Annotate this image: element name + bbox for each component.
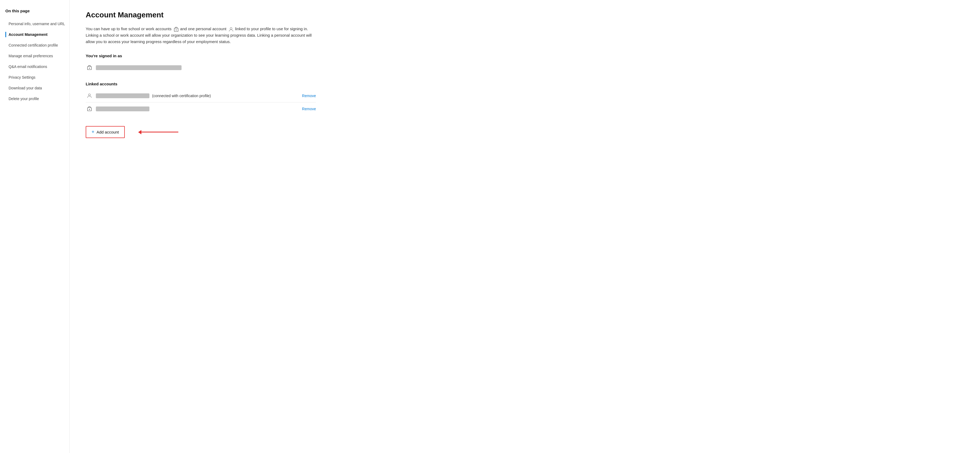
linked-account-row-1: Remove: [86, 103, 316, 115]
sidebar: On this page Personal info, username and…: [0, 0, 70, 453]
add-account-button[interactable]: + Add account: [86, 126, 125, 138]
sidebar-link-personal-info[interactable]: Personal info, username and URL: [5, 21, 69, 27]
linked-section: Linked accounts (connected with certific…: [86, 82, 359, 115]
plus-icon: +: [92, 129, 94, 135]
sidebar-item-email-preferences[interactable]: Manage email preferences: [5, 51, 69, 61]
linked-account-row-0: (connected with certification profile) R…: [86, 89, 316, 103]
sidebar-link-email-preferences[interactable]: Manage email preferences: [5, 53, 69, 59]
signed-in-account-row: [86, 61, 316, 74]
remove-button-0[interactable]: Remove: [298, 93, 316, 98]
arrow-line: [141, 131, 178, 133]
sidebar-item-account-management[interactable]: Account Management: [5, 29, 69, 40]
remove-button-1[interactable]: Remove: [298, 107, 316, 111]
sidebar-heading: On this page: [5, 9, 69, 13]
signed-in-work-icon: [86, 64, 93, 71]
add-account-label: Add account: [97, 130, 119, 134]
sidebar-item-download-data[interactable]: Download your data: [5, 83, 69, 93]
linked-account-0-info: (connected with certification profile): [96, 93, 298, 98]
svg-point-3: [230, 28, 232, 29]
arrow-indicator: [141, 131, 178, 133]
sidebar-nav: Personal info, username and URL Account …: [5, 19, 69, 104]
linked-account-0-redacted: [96, 93, 150, 98]
svg-point-7: [88, 94, 90, 96]
sidebar-link-privacy-settings[interactable]: Privacy Settings: [5, 74, 69, 80]
sidebar-item-privacy-settings[interactable]: Privacy Settings: [5, 72, 69, 83]
linked-personal-icon: [86, 92, 93, 100]
signed-in-label: You're signed in as: [86, 54, 359, 58]
sidebar-link-delete-profile[interactable]: Delete your profile: [5, 96, 69, 101]
signed-in-redacted: [96, 65, 181, 70]
sidebar-link-account-management[interactable]: Account Management: [5, 32, 69, 37]
description: You can have up to five school or work a…: [86, 26, 316, 45]
sidebar-item-certification-profile[interactable]: Connected certification profile: [5, 40, 69, 51]
linked-account-1-redacted: [96, 106, 150, 111]
personal-account-icon: [228, 27, 234, 32]
sidebar-item-delete-profile[interactable]: Delete your profile: [5, 93, 69, 104]
sidebar-item-qa-notifications[interactable]: Q&A email notifications: [5, 61, 69, 72]
linked-accounts-label: Linked accounts: [86, 82, 359, 86]
signed-in-section: You're signed in as: [86, 54, 359, 74]
sidebar-link-certification-profile[interactable]: Connected certification profile: [5, 43, 69, 48]
main-content: Account Management You can have up to fi…: [70, 0, 375, 453]
page-title: Account Management: [86, 11, 359, 19]
sidebar-link-download-data[interactable]: Download your data: [5, 86, 69, 91]
linked-accounts-list: (connected with certification profile) R…: [86, 89, 316, 115]
linked-work-icon: [86, 105, 93, 112]
linked-account-0-connected-text: (connected with certification profile): [152, 93, 211, 98]
work-account-icon: [173, 27, 178, 32]
sidebar-link-qa-notifications[interactable]: Q&A email notifications: [5, 64, 69, 69]
linked-account-1-info: [96, 106, 298, 111]
sidebar-item-personal-info[interactable]: Personal info, username and URL: [5, 19, 69, 29]
add-account-area: + Add account: [86, 126, 178, 138]
signed-in-account-info: [96, 65, 316, 70]
